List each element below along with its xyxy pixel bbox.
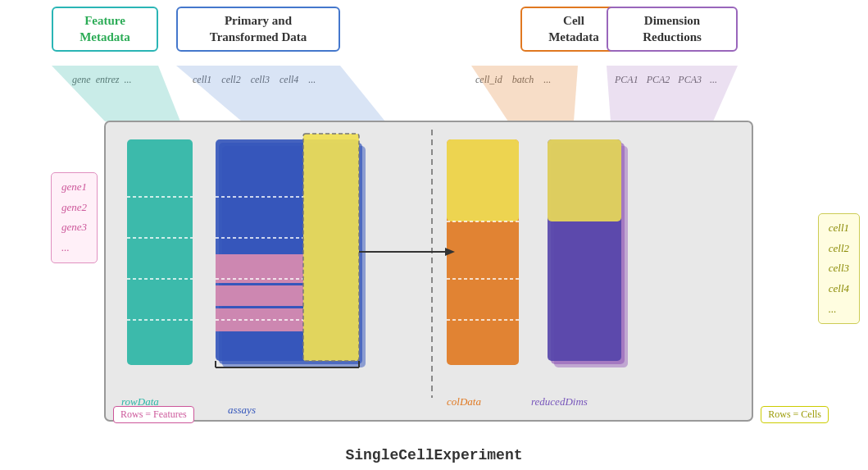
gene3-label: gene3 xyxy=(61,217,87,238)
svg-rect-4 xyxy=(105,121,752,421)
page-title: SingleCellExperiment xyxy=(0,447,868,463)
cell4-label: cell4 xyxy=(829,279,849,299)
svg-rect-28 xyxy=(548,139,621,221)
svg-rect-24 xyxy=(447,139,519,221)
rows-cells-label: Rows = Cells xyxy=(761,406,829,423)
subheader-primary: cell1 cell2 cell3 cell4 ... xyxy=(193,74,316,86)
svg-rect-12 xyxy=(216,139,359,361)
svg-rect-26 xyxy=(551,143,625,364)
rows-features-label: Rows = Features xyxy=(113,406,194,423)
subheader-dim: PCA1 PCA2 PCA3 ... xyxy=(615,74,717,86)
primary-data-box: Primary andTransformed Data xyxy=(176,7,340,52)
svg-rect-27 xyxy=(548,139,621,361)
cell3-label: cell3 xyxy=(829,258,849,279)
assays-label: assays xyxy=(228,404,256,417)
gene1-label: gene1 xyxy=(61,177,87,198)
cell2-label: cell2 xyxy=(829,239,849,259)
reddims-label: reducedDims xyxy=(531,395,588,408)
svg-rect-11 xyxy=(219,143,362,364)
gene-labels: gene1 gene2 gene3 ... xyxy=(51,172,98,263)
feature-metadata-box: FeatureMetadata xyxy=(52,7,158,52)
svg-rect-5 xyxy=(127,139,193,365)
svg-rect-10 xyxy=(222,146,366,367)
subheader-cell-ids: cell_id batch ... xyxy=(475,74,551,86)
cell-labels: cell1 cell2 cell3 cell4 ... xyxy=(818,213,860,324)
svg-rect-13 xyxy=(216,254,304,283)
svg-rect-20 xyxy=(303,134,359,361)
cell-ellipsis-label: ... xyxy=(829,299,849,320)
cell1-label: cell1 xyxy=(829,218,849,239)
svg-rect-25 xyxy=(554,146,628,367)
gene2-label: gene2 xyxy=(61,198,87,218)
svg-rect-21 xyxy=(303,134,359,361)
gene-ellipsis-label: ... xyxy=(61,238,87,258)
svg-rect-23 xyxy=(447,139,519,365)
svg-rect-14 xyxy=(216,285,304,306)
coldata-label: colData xyxy=(447,395,481,408)
subheader-feature: gene entrez ... xyxy=(72,74,132,86)
diagram-container: FeatureMetadata Primary andTransformed D… xyxy=(0,0,868,470)
dim-reductions-box: DimensionReductions xyxy=(607,7,738,52)
svg-marker-30 xyxy=(445,248,455,256)
svg-rect-15 xyxy=(216,308,304,331)
